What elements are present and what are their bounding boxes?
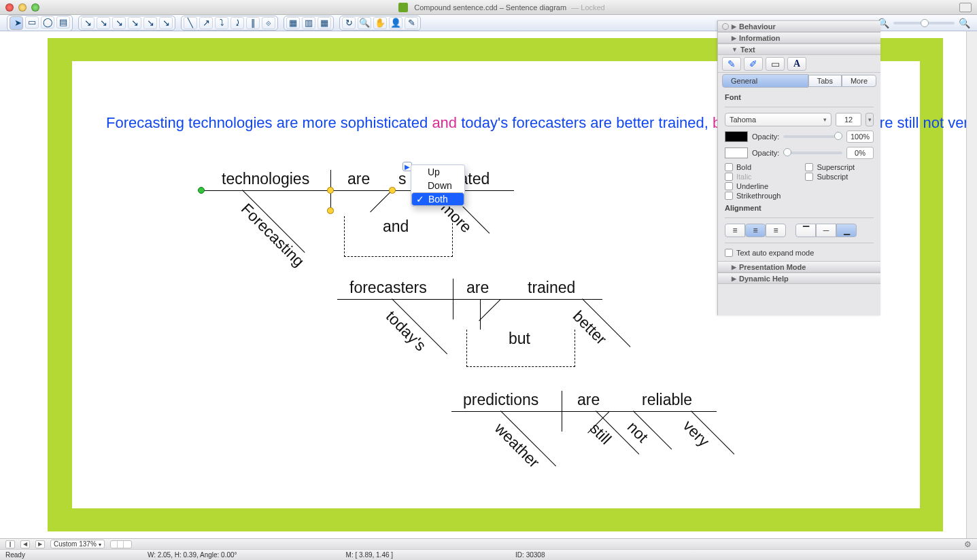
font-heading: Font xyxy=(725,93,874,101)
handle-start[interactable] xyxy=(198,187,205,194)
chk-super[interactable]: Superscript xyxy=(805,163,855,171)
panel-hdr-text[interactable]: ▼ Text xyxy=(718,43,880,55)
align-left[interactable]: ≡ xyxy=(725,224,745,237)
line-3[interactable]: ⤵ xyxy=(215,17,228,29)
back-opacity-value[interactable]: 0% xyxy=(846,147,874,159)
pen-mode[interactable]: ✎ xyxy=(722,57,741,71)
align-2[interactable]: ▥ xyxy=(302,17,315,29)
line-4[interactable]: ⤸ xyxy=(230,17,244,29)
panel-hdr-behaviour[interactable]: ▶ Behaviour xyxy=(718,20,880,32)
gear-icon[interactable]: ⚙ xyxy=(964,540,972,549)
zoom-tool[interactable]: 🔍 xyxy=(358,17,371,29)
tab-general[interactable]: General xyxy=(722,74,808,88)
connector-3[interactable]: ↘ xyxy=(112,17,126,29)
zoom-thumb[interactable] xyxy=(921,19,929,27)
chk-sub[interactable]: Subscript xyxy=(805,173,855,181)
valign-bot[interactable]: ▁ xyxy=(836,224,857,237)
text-color-swatch[interactable] xyxy=(725,131,748,142)
line-6[interactable]: ⟐ xyxy=(262,17,275,29)
back-color-swatch[interactable] xyxy=(725,147,748,158)
pan-tool[interactable]: ✋ xyxy=(373,17,387,29)
connector-6[interactable]: ↘ xyxy=(159,17,173,29)
valign-mid[interactable]: ─ xyxy=(816,224,836,237)
status-ready: Ready xyxy=(5,551,25,559)
nav-first[interactable]: ‖ xyxy=(5,540,15,548)
zoom-slider: 🔍 🔍 xyxy=(878,18,970,29)
chk-bold[interactable]: Bold xyxy=(725,163,781,171)
rect-tool[interactable]: ▭ xyxy=(25,16,39,29)
text-opacity-value[interactable]: 100% xyxy=(846,130,874,143)
ellipse-tool[interactable]: ◯ xyxy=(41,16,54,29)
zoom-in-icon[interactable]: 🔍 xyxy=(959,18,970,29)
font-family-select[interactable]: Tahoma▾ xyxy=(725,113,832,126)
popup-item-up[interactable]: Up xyxy=(411,165,464,179)
align-center[interactable]: ≡ xyxy=(745,224,766,237)
radio-icon xyxy=(722,23,729,30)
filename: Compound sentence.cdd xyxy=(414,3,497,12)
connector-5[interactable]: ↘ xyxy=(143,17,157,29)
behaviour-label: Behaviour xyxy=(739,22,776,31)
popup-item-both[interactable]: Both xyxy=(411,192,464,206)
line-5[interactable]: ‖ xyxy=(246,17,260,29)
connector-2[interactable]: ↘ xyxy=(97,17,110,29)
back-opacity-slider[interactable] xyxy=(783,152,842,154)
connector-4[interactable]: ↘ xyxy=(128,17,141,29)
align-1[interactable]: ▦ xyxy=(286,17,300,29)
chk-strike[interactable]: Strikethrough xyxy=(725,192,781,200)
row3-verb: are xyxy=(577,391,600,409)
zoom-window-button[interactable] xyxy=(31,3,39,12)
zoom-level[interactable]: Custom 137% ▾ xyxy=(50,540,105,548)
doc-subtitle: Sentence diagram xyxy=(506,3,566,12)
chk-underline[interactable]: Underline xyxy=(725,182,781,190)
text-tabs: General Tabs More xyxy=(718,73,880,89)
pointer-tool[interactable]: ➤ xyxy=(10,16,23,30)
popup-item-down[interactable]: Down xyxy=(411,179,464,192)
vertical-scrollbar[interactable] xyxy=(966,31,977,538)
nav-prev[interactable]: ◀ xyxy=(20,540,30,548)
line-2[interactable]: ↗ xyxy=(199,17,213,29)
handle-mid-low[interactable] xyxy=(326,206,335,215)
inspector-panel: ▶ Behaviour ▶ Information ▼ Text ✎ ✐ ▭ A… xyxy=(717,20,880,315)
handle-mid[interactable] xyxy=(326,186,335,195)
fill-mode[interactable]: ▭ xyxy=(766,57,785,71)
edit-tool[interactable]: ✎ xyxy=(405,17,418,29)
panel-hdr-dynhelp[interactable]: ▶ Dynamic Help xyxy=(718,273,880,284)
row2-subject: forecasters xyxy=(349,279,427,297)
line-1[interactable]: ╲ xyxy=(184,17,197,29)
connector-1[interactable]: ↘ xyxy=(81,17,95,29)
tab-tabs[interactable]: Tabs xyxy=(808,75,842,87)
disclosure-icon: ▶ xyxy=(732,35,736,41)
close-window-button[interactable] xyxy=(5,3,14,12)
minimize-window-button[interactable] xyxy=(18,3,27,12)
align-right[interactable]: ≡ xyxy=(766,224,786,237)
refresh-tool[interactable]: ↻ xyxy=(342,17,356,29)
tab-more[interactable]: More xyxy=(842,75,876,87)
page-selector[interactable] xyxy=(110,540,132,548)
valign-top[interactable]: ▔ xyxy=(795,224,816,237)
direction-popup: Up Down Both xyxy=(411,164,465,207)
font-mode[interactable]: A xyxy=(787,57,806,71)
disclosure-icon: ▶ xyxy=(732,23,736,30)
information-label: Information xyxy=(739,34,781,42)
panel-hdr-presentation[interactable]: ▶ Presentation Mode xyxy=(718,261,880,273)
row3-subject: predictions xyxy=(463,391,538,409)
text-tool[interactable]: ▤ xyxy=(56,16,70,29)
fullscreen-button[interactable] xyxy=(959,3,972,12)
nav-next[interactable]: ▶ xyxy=(35,540,45,548)
text-opacity-slider[interactable] xyxy=(783,135,842,138)
align-3[interactable]: ▦ xyxy=(318,17,331,29)
font-size-stepper[interactable]: ▾ xyxy=(865,113,874,126)
font-family-value: Tahoma xyxy=(730,116,756,124)
zoom-track[interactable] xyxy=(893,22,955,24)
row2-compmod: better xyxy=(569,307,611,349)
user-tool[interactable]: 👤 xyxy=(389,17,402,29)
status-bar-nav: ‖ ◀ ▶ Custom 137% ▾ ⚙ xyxy=(0,538,977,549)
font-size-field[interactable]: 12 xyxy=(836,113,861,126)
row1-subjmod: Forecasting xyxy=(237,200,308,270)
highlight-mode[interactable]: ✐ xyxy=(744,57,763,71)
text-label: Text xyxy=(740,46,755,54)
butline-up xyxy=(480,299,481,330)
baseline-1 xyxy=(201,190,514,191)
panel-hdr-information[interactable]: ▶ Information xyxy=(718,32,880,43)
chk-auto-expand[interactable]: Text auto expand mode xyxy=(725,249,874,257)
